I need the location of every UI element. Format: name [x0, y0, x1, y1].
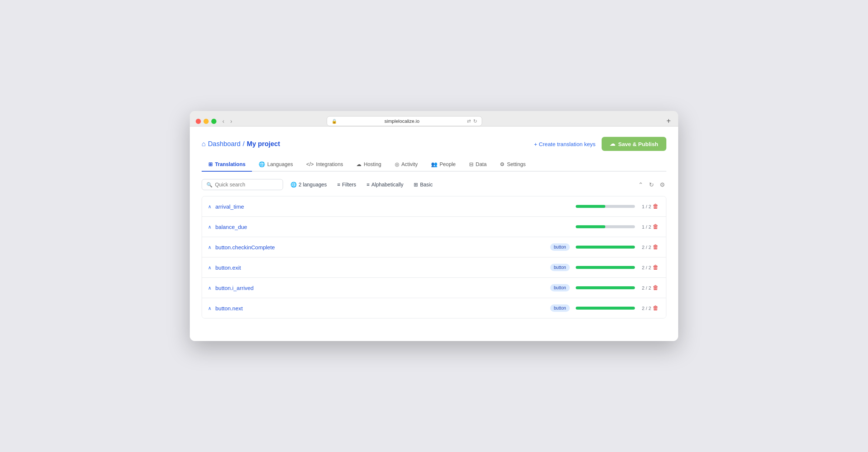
collapse-all-button[interactable]: ⌃ [637, 180, 645, 190]
create-keys-button[interactable]: + Create translation keys [534, 141, 595, 147]
table-row: ∧button.nextbutton2 / 2🗑 [202, 298, 666, 318]
filter-icon: ≡ [337, 182, 340, 188]
search-input[interactable] [215, 182, 274, 188]
data-tab-icon: ⊟ [469, 161, 474, 167]
toolbar: 🔍 🌐 2 languages ≡ Filters ≡ Alphabetical… [202, 179, 666, 190]
chevron-up-icon[interactable]: ∧ [208, 224, 212, 230]
lock-icon: 🔒 [332, 119, 337, 124]
app-content: ⌂ Dashboard / My project + Create transl… [190, 127, 678, 341]
save-publish-button[interactable]: ☁ Save & Publish [602, 137, 666, 151]
activity-tab-label: Activity [401, 161, 418, 167]
delete-row-button[interactable]: 🗑 [651, 222, 660, 232]
tag-badge: button [550, 284, 570, 291]
minimize-button[interactable] [203, 119, 209, 124]
view-button[interactable]: ⊞ Basic [411, 180, 435, 189]
translation-key-name[interactable]: balance_due [215, 224, 576, 230]
delete-row-button[interactable]: 🗑 [651, 242, 660, 252]
breadcrumb-project[interactable]: My project [247, 140, 280, 148]
languages-tab-label: Languages [267, 161, 293, 167]
filters-button[interactable]: ≡ Filters [334, 180, 359, 189]
new-tab-button[interactable]: + [666, 117, 672, 125]
maximize-button[interactable] [211, 119, 216, 124]
tab-settings[interactable]: ⚙Settings [493, 158, 532, 172]
progress-bar-fill [576, 307, 635, 310]
translation-key-name[interactable]: button.exit [215, 264, 550, 271]
settings-tab-label: Settings [507, 161, 526, 167]
progress-count: 1 / 2 [639, 224, 651, 230]
chevron-up-icon[interactable]: ∧ [208, 244, 212, 250]
translation-key-name[interactable]: button.next [215, 305, 550, 311]
forward-button[interactable]: › [228, 117, 234, 125]
browser-chrome: ‹ › 🔒 simplelocalize.io ⇄ ↻ + [190, 111, 678, 127]
reload-icon[interactable]: ↻ [473, 118, 477, 124]
table-row: ∧balance_due1 / 2🗑 [202, 217, 666, 237]
translation-key-name[interactable]: button.checkinComplete [215, 244, 550, 250]
chevron-up-icon[interactable]: ∧ [208, 204, 212, 209]
progress-count: 1 / 2 [639, 204, 651, 209]
tab-people[interactable]: 👥People [424, 158, 462, 172]
delete-row-button[interactable]: 🗑 [651, 303, 660, 313]
sort-button[interactable]: ≡ Alphabetically [364, 180, 407, 189]
translation-key-name[interactable]: arrival_time [215, 203, 576, 210]
languages-filter-button[interactable]: 🌐 2 languages [287, 180, 330, 189]
nav-buttons: ‹ › [220, 117, 235, 125]
tab-activity[interactable]: ◎Activity [388, 158, 424, 172]
chevron-up-icon[interactable]: ∧ [208, 265, 212, 270]
progress-bar [576, 246, 635, 249]
globe-icon: 🌐 [290, 182, 297, 188]
translate-icon: ⇄ [467, 118, 471, 124]
progress-count: 2 / 2 [639, 285, 651, 291]
progress-count: 2 / 2 [639, 306, 651, 311]
progress-bar-fill [576, 266, 635, 269]
tag-badge: button [550, 243, 570, 251]
progress-bar-fill [576, 246, 635, 249]
sort-icon: ≡ [367, 182, 370, 188]
progress-area [576, 205, 635, 208]
toolbar-right: ⌃ ↻ ⚙ [637, 180, 666, 190]
hosting-tab-icon: ☁ [356, 161, 361, 167]
translations-tab-label: Translations [215, 161, 245, 167]
translation-key-name[interactable]: button.i_arrived [215, 285, 550, 291]
refresh-button[interactable]: ↻ [647, 180, 655, 190]
close-button[interactable] [196, 119, 201, 124]
tabs: ⊞Translations🌐Languages</>Integrations☁H… [202, 158, 666, 172]
progress-count: 2 / 2 [639, 265, 651, 270]
address-bar-icons: ⇄ ↻ [467, 118, 477, 124]
progress-area [576, 286, 635, 289]
activity-tab-icon: ◎ [395, 161, 399, 167]
progress-area [576, 246, 635, 249]
table-row: ∧button.checkinCompletebutton2 / 2🗑 [202, 237, 666, 257]
chevron-up-icon[interactable]: ∧ [208, 306, 212, 311]
tag-badge: button [550, 264, 570, 271]
tag-badge: button [550, 304, 570, 312]
breadcrumb-separator: / [243, 140, 245, 148]
tab-translations[interactable]: ⊞Translations [202, 158, 252, 172]
table-row: ∧arrival_time1 / 2🗑 [202, 196, 666, 217]
settings-icon-button[interactable]: ⚙ [658, 180, 666, 190]
search-icon: 🔍 [206, 182, 212, 188]
cloud-upload-icon: ☁ [610, 141, 615, 147]
chevron-up-icon[interactable]: ∧ [208, 285, 212, 291]
integrations-tab-label: Integrations [316, 161, 343, 167]
address-bar[interactable]: 🔒 simplelocalize.io ⇄ ↻ [327, 116, 482, 126]
tab-data[interactable]: ⊟Data [462, 158, 494, 172]
view-icon: ⊞ [414, 182, 418, 188]
breadcrumb-home[interactable]: Dashboard [208, 140, 240, 148]
progress-bar [576, 205, 635, 208]
progress-count: 2 / 2 [639, 244, 651, 250]
tab-hosting[interactable]: ☁Hosting [350, 158, 388, 172]
settings-tab-icon: ⚙ [500, 161, 505, 167]
delete-row-button[interactable]: 🗑 [651, 283, 660, 293]
tab-integrations[interactable]: </>Integrations [300, 158, 350, 172]
integrations-tab-icon: </> [306, 161, 314, 167]
back-button[interactable]: ‹ [220, 117, 226, 125]
tab-languages[interactable]: 🌐Languages [252, 158, 299, 172]
progress-bar [576, 266, 635, 269]
people-tab-icon: 👥 [431, 161, 437, 167]
search-box: 🔍 [202, 179, 283, 190]
delete-row-button[interactable]: 🗑 [651, 202, 660, 211]
translations-tab-icon: ⊞ [208, 161, 213, 167]
delete-row-button[interactable]: 🗑 [651, 263, 660, 272]
url-text: simplelocalize.io [340, 118, 464, 124]
top-bar-actions: + Create translation keys ☁ Save & Publi… [534, 137, 666, 151]
